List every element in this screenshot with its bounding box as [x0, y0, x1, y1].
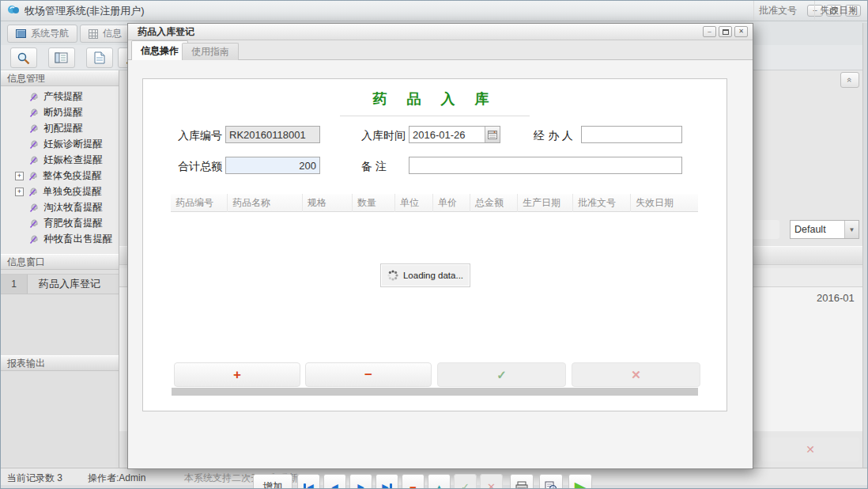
calendar-picker-button[interactable]: [485, 127, 500, 142]
search-icon: [17, 51, 31, 65]
prev-icon: ◀: [331, 483, 338, 489]
grid-cancel-button[interactable]: ✕: [572, 362, 700, 387]
drug-entry-form-panel: 药 品 入 库 入库编号 入库时间 经 办 人 合计总额 备 注: [142, 78, 727, 411]
post-record-button[interactable]: ✓: [454, 474, 477, 489]
dialog-body: 药 品 入 库 入库编号 入库时间 经 办 人 合计总额 备 注: [128, 60, 753, 468]
tree-item-cull[interactable]: 淘汰牧畜提醒: [1, 199, 119, 215]
loading-indicator: Loading data...: [380, 263, 470, 287]
tree-item-pregnancy-diagnosis[interactable]: 妊娠诊断提醒: [1, 136, 119, 152]
previous-record-button[interactable]: ◀: [323, 474, 346, 489]
document-button[interactable]: [86, 47, 113, 68]
chevrons-up-icon: «: [845, 78, 855, 82]
dialog-minimize-button[interactable]: –: [703, 26, 716, 37]
tab-user-guide[interactable]: 使用指南: [182, 43, 239, 60]
reminder-icon: [28, 171, 39, 181]
check-icon: ✓: [496, 368, 507, 382]
expand-icon[interactable]: +: [15, 188, 24, 196]
col-drug-name[interactable]: 药品名称: [228, 194, 303, 212]
tree-item-fattening[interactable]: 育肥牧畜提醒: [1, 215, 119, 231]
run-button[interactable]: ▶: [568, 474, 592, 489]
tree-item-label: 断奶提醒: [43, 106, 83, 119]
col-total-amount[interactable]: 总金额: [470, 194, 518, 212]
minus-icon: −: [409, 481, 417, 489]
sidebar-section-info-window[interactable]: 信息窗口: [1, 254, 119, 270]
dialog-title: 药品入库登记: [128, 25, 194, 39]
reminder-icon: [29, 218, 40, 229]
bg-column-approval-no: 批准文号: [753, 1, 814, 20]
entry-time-label: 入库时间: [361, 127, 406, 144]
tree-item-label: 种牧畜出售提醒: [43, 233, 113, 246]
tab-system-nav-label: 系统导航: [31, 27, 69, 40]
main-titlebar: 牧场管理系统(非注册用户) – ✕: [1, 1, 867, 21]
cancel-record-button[interactable]: ✕: [480, 474, 503, 489]
sidebar-section-info-mgmt[interactable]: 信息管理: [1, 70, 119, 86]
status-record-count: 当前记录数 3: [7, 472, 62, 485]
list-item-drug-entry[interactable]: 1 药品入库登记: [1, 274, 119, 294]
chevron-down-icon[interactable]: ▼: [844, 221, 859, 238]
total-field[interactable]: [225, 157, 320, 174]
entry-no-field[interactable]: [225, 126, 320, 143]
background-cross-button[interactable]: ✕: [761, 438, 859, 461]
grid-confirm-button[interactable]: ✓: [437, 362, 566, 387]
reminder-icon: [28, 187, 39, 197]
loading-text: Loading data...: [403, 271, 463, 280]
tree-item-individual-immunity[interactable]: +单独免疫提醒: [1, 184, 119, 199]
col-unit-price[interactable]: 单价: [433, 194, 470, 212]
tree-item-weaning[interactable]: 断奶提醒: [1, 104, 119, 120]
reminder-icon: [29, 108, 40, 118]
tree-item-calving[interactable]: 产犊提醒: [1, 89, 119, 104]
app-logo-cloud-icon: [7, 4, 20, 18]
col-production-date[interactable]: 生产日期: [518, 194, 573, 212]
tree-item-overall-immunity[interactable]: +整体免疫提醒: [1, 168, 119, 184]
col-approval-no[interactable]: 批准文号: [573, 194, 631, 212]
tab-system-nav[interactable]: 系统导航: [7, 25, 77, 43]
last-record-button[interactable]: ▶: [376, 474, 398, 489]
reminder-icon: [29, 139, 40, 150]
remark-label: 备 注: [361, 157, 387, 175]
col-expiry-date[interactable]: 失效日期: [631, 194, 698, 212]
dialog-tabstrip: 信息操作 使用指南: [128, 40, 753, 60]
delete-record-button[interactable]: −: [402, 474, 425, 489]
col-spec[interactable]: 规格: [303, 194, 353, 212]
reminder-icon: [29, 234, 40, 244]
col-drug-no[interactable]: 药品编号: [171, 194, 228, 212]
tree-item-breeding-sale[interactable]: 种牧畜出售提醒: [1, 231, 119, 247]
sidebar-section-reports[interactable]: 报表输出: [1, 355, 119, 371]
grid-add-row-button[interactable]: +: [174, 362, 300, 387]
print-preview-button[interactable]: [539, 474, 563, 489]
right-edge-strip: [862, 23, 868, 485]
dialog-maximize-button[interactable]: [719, 26, 732, 37]
entry-time-input[interactable]: [409, 127, 485, 142]
search-button[interactable]: [10, 47, 37, 68]
entry-time-field[interactable]: [409, 126, 500, 143]
collapse-panel-button[interactable]: «: [840, 72, 859, 88]
col-quantity[interactable]: 数量: [353, 194, 395, 212]
first-record-button[interactable]: ◀: [297, 474, 320, 489]
edit-record-button[interactable]: ▲: [428, 474, 451, 489]
dialog-close-button[interactable]: ✕: [734, 26, 748, 37]
handler-label: 经 办 人: [534, 127, 573, 144]
handler-field[interactable]: [581, 126, 682, 143]
preview-icon: [544, 481, 558, 489]
next-record-button[interactable]: ▶: [349, 474, 372, 489]
window-title: 牧场管理系统(非注册用户): [25, 4, 145, 18]
col-unit[interactable]: 单位: [395, 194, 433, 212]
list-item-index: 1: [1, 275, 28, 294]
expand-icon[interactable]: +: [15, 172, 24, 180]
tree-item-pregnancy-check[interactable]: 妊娠检查提醒: [1, 152, 119, 168]
plus-icon: +: [233, 367, 241, 383]
print-button[interactable]: [510, 474, 534, 489]
grid-remove-row-button[interactable]: −: [305, 362, 432, 387]
reminder-icon: [29, 92, 40, 102]
tree-item-first-mating[interactable]: 初配提醒: [1, 120, 119, 136]
tab-info-label: 信息: [103, 27, 122, 40]
printer-icon: [515, 481, 529, 489]
default-combobox[interactable]: Default ▼: [790, 220, 859, 239]
tab-info-operation[interactable]: 信息操作: [131, 40, 188, 60]
bg-cell-expiry-value: 2016-01: [817, 292, 855, 304]
tree-item-label: 妊娠诊断提醒: [43, 138, 103, 151]
form-button[interactable]: [48, 47, 75, 68]
total-label: 合计总额: [178, 157, 222, 175]
remark-field[interactable]: [409, 157, 682, 174]
add-record-button[interactable]: 增加: [253, 474, 292, 489]
